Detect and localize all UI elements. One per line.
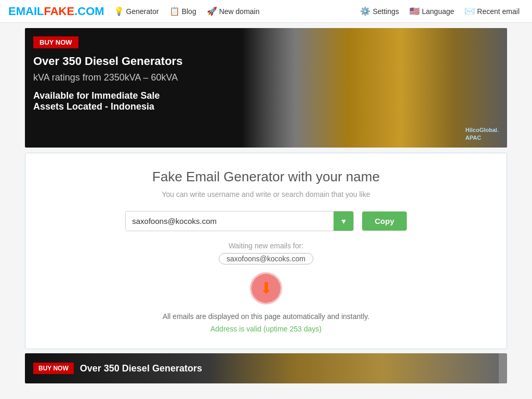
waiting-label: Waiting new emails for: <box>46 242 486 250</box>
domain-dropdown-button[interactable]: ▼ <box>334 211 353 231</box>
rocket-icon: 🚀 <box>207 6 217 16</box>
valid-uptime-text: Address is valid (uptime 253 days) <box>46 325 486 333</box>
ad-banner-bottom: BUY NOW Over 350 Diesel Generators <box>25 353 507 383</box>
download-animation: ⬇ <box>251 274 281 303</box>
ad-bottom-text: Over 350 Diesel Generators <box>80 363 202 374</box>
nav-blog[interactable]: 📋 Blog <box>165 4 201 18</box>
main-card: Fake Email Generator with your name You … <box>25 153 507 349</box>
ad-brand: HilcoGlobal. APAC <box>466 126 499 141</box>
email-input[interactable] <box>126 211 334 231</box>
ad-text: BUY NOW Over 350 Diesel Generators kVA r… <box>33 36 182 112</box>
download-arrow-icon: ⬇ <box>260 281 273 296</box>
download-circle: ⬇ <box>251 274 281 303</box>
waiting-email-badge: saxofoons@kocoks.com <box>219 253 313 264</box>
auto-display-text: All emails are displayed on this page au… <box>46 312 486 321</box>
nav-new-domain[interactable]: 🚀 New domain <box>203 4 264 18</box>
gear-icon: ⚙️ <box>360 6 370 16</box>
logo-email: EMAIL <box>8 5 44 18</box>
page-title: Fake Email Generator with your name <box>46 169 486 185</box>
page-subtitle: You can write username and write or sear… <box>46 190 486 198</box>
flag-icon: 🇺🇸 <box>409 6 420 16</box>
ad-banner-top: BUY NOW Over 350 Diesel Generators kVA r… <box>25 28 507 148</box>
ad-buy-now-label[interactable]: BUY NOW <box>33 36 78 48</box>
logo-fake: FAKE <box>44 5 74 18</box>
email-input-wrapper: ▼ <box>125 211 354 231</box>
nav-language[interactable]: 🇺🇸 Language <box>405 4 458 18</box>
generator-icon: 💡 <box>114 6 124 16</box>
email-input-row: ▼ Copy <box>46 211 486 231</box>
ad-bottom-machine <box>208 353 499 383</box>
logo-com: .COM <box>74 5 104 18</box>
copy-button[interactable]: Copy <box>362 211 407 231</box>
ad-bottom-buy-now[interactable]: BUY NOW <box>33 363 74 374</box>
navbar: EMAIL FAKE .COM 💡 Generator 📋 Blog 🚀 New… <box>0 0 532 23</box>
nav-logo[interactable]: EMAIL FAKE .COM <box>8 5 104 18</box>
nav-settings[interactable]: ⚙️ Settings <box>356 4 403 18</box>
blog-icon: 📋 <box>169 6 180 16</box>
nav-generator[interactable]: 💡 Generator <box>110 4 163 18</box>
nav-recent-email[interactable]: ✉️ Recent email <box>460 4 524 18</box>
email-icon: ✉️ <box>464 6 475 16</box>
